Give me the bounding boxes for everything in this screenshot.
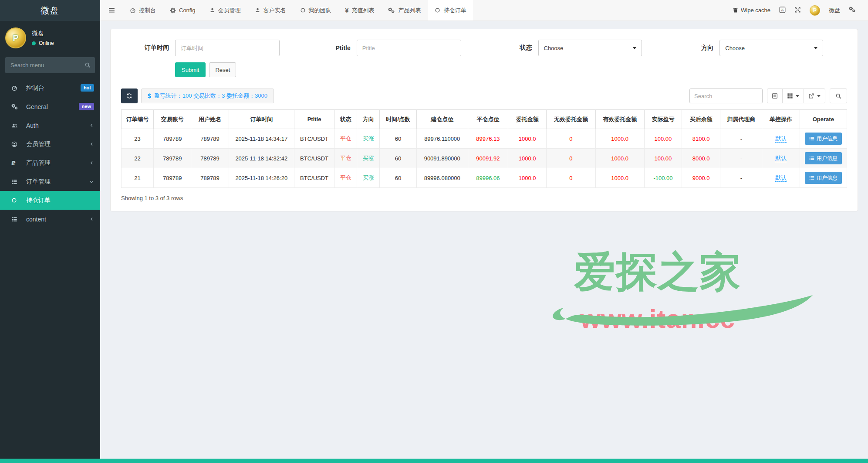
submit-button[interactable]: Submit [175,62,206,77]
cell-value: 1000.0 [519,136,536,142]
column-header-status[interactable]: 状态 [334,110,357,129]
circle-icon [435,7,440,13]
cell-agent: - [720,168,762,188]
pnl-stats-button[interactable]: $ 盈亏统计：100 交易比数：3 委托金额：3000 [141,89,274,103]
column-header-ptitle[interactable]: Ptitle [294,110,334,129]
column-header-agent[interactable]: 归属代理商 [720,110,762,129]
brand-logo[interactable]: 微盘 [0,0,100,21]
single-control-link[interactable]: 默认 [775,174,787,182]
column-header-user-name[interactable]: 用户姓名 [191,110,229,129]
tab-my-team[interactable]: 我的团队 [293,0,338,20]
tab-customer-realname[interactable]: 客户实名 [248,0,293,20]
wipe-cache-button[interactable]: Wipe cache [733,7,770,14]
column-header-open-price[interactable]: 建仓点位 [416,110,468,129]
hamburger-icon[interactable] [100,0,123,20]
cell-time-points: 60 [380,129,416,149]
order-time-input[interactable] [175,40,280,56]
user-info-button[interactable]: 用户信息 [805,152,842,164]
table-search-input[interactable] [689,89,763,103]
column-header-entrust-amount[interactable]: 委托金额 [508,110,547,129]
cell-close-price: 90091.92 [468,149,508,168]
settings-gears-icon[interactable] [849,7,856,14]
reset-button[interactable]: Reset [209,62,236,77]
cell-value: 0 [569,155,572,162]
columns-button[interactable] [782,89,804,103]
tab-product-list[interactable]: 产品列表 [381,0,428,20]
sidebar-item-orders[interactable]: 订单管理 [0,172,100,191]
column-header-invalid-entrust-amount[interactable]: 无效委托金额 [547,110,595,129]
navbar-username[interactable]: 微盘 [829,7,840,14]
caret-down-icon [817,95,821,97]
filter-form: 订单时间 Ptitle 状态 Choose [121,40,847,56]
cell-status: 平仓 [334,168,357,188]
table-header-row: 订单编号交易账号用户姓名订单时间Ptitle状态方向时间/点数建仓点位平仓点位委… [122,110,847,129]
sidebar-item-dashboard[interactable]: 控制台hot [0,78,100,97]
cell-value: 平仓 [340,135,351,142]
tab-config[interactable]: Config [163,0,203,20]
table-search-button[interactable] [830,89,847,103]
ptitle-label: Ptitle [303,44,351,51]
cell-order-time: 2025-11-18 14:34:17 [229,129,294,149]
tab-members[interactable]: 会员管理 [203,0,248,20]
cell-invalid-entrust-amount: 0 [547,168,595,188]
direction-select[interactable]: Choose [719,40,823,56]
language-icon[interactable]: A [779,7,786,14]
status-select[interactable]: Choose [538,40,642,56]
tab-label: 产品列表 [398,7,421,14]
user-circle-icon [11,141,22,147]
single-control-link[interactable]: 默认 [775,155,787,162]
sidebar-search-input[interactable] [5,57,95,73]
cogs-icon [11,104,22,110]
tab-position-orders[interactable]: 持仓订单 [428,0,473,20]
cell-open-price: 90091.890000 [416,149,468,168]
export-button[interactable] [804,89,825,103]
column-header-single-control[interactable]: 单控操作 [762,110,800,129]
refresh-button[interactable] [121,89,138,103]
cell-value: 89996.06 [476,175,500,181]
tab-label: 充值列表 [351,7,374,14]
site-watermark: 爱探之家 www.itan.cc [553,251,762,334]
sidebar-item-auth[interactable]: Auth [0,116,100,135]
user-info-button[interactable]: 用户信息 [805,172,842,184]
cell-agent: - [720,149,762,168]
caret-down-icon [633,47,636,49]
column-header-valid-entrust-amount[interactable]: 有效委托金额 [595,110,644,129]
column-header-time-points[interactable]: 时间/点数 [380,110,416,129]
column-header-actual-pnl[interactable]: 实际盈亏 [644,110,682,129]
cell-open-price: 89976.110000 [416,129,468,149]
sidebar-item-general[interactable]: Generalnew [0,97,100,116]
column-header-balance-after[interactable]: 买后余额 [682,110,720,129]
navbar-avatar[interactable]: P [810,5,820,16]
cell-value: 买涨 [363,174,374,181]
table-buttons [767,89,825,103]
filter-direction: 方向 Choose [665,40,847,56]
cell-agent: - [720,129,762,149]
sidebar-item-content[interactable]: content [0,210,100,228]
fullscreen-icon[interactable] [794,7,801,14]
toggle-pagination-button[interactable] [767,89,783,103]
column-header-order-id[interactable]: 订单编号 [122,110,154,129]
tachometer-icon [11,85,22,91]
tab-dashboard[interactable]: 控制台 [123,0,163,20]
sidebar-item-members[interactable]: 会员管理 [0,135,100,153]
watermark-url: www.itan.cc [553,304,762,334]
column-header-operate[interactable]: Operate [800,110,847,129]
column-header-order-time[interactable]: 订单时间 [229,110,294,129]
cell-order-time: 2025-11-18 14:32:42 [229,149,294,168]
column-header-direction[interactable]: 方向 [357,110,380,129]
tab-label: 持仓订单 [443,7,466,14]
sidebar-item-products[interactable]: ₽产品管理 [0,153,100,172]
users-icon [11,123,22,129]
badge-new: new [79,103,94,110]
user-info-button-label: 用户信息 [817,174,838,182]
single-control-link[interactable]: 默认 [775,135,787,143]
column-header-trade-account[interactable]: 交易账号 [154,110,191,129]
cell-operate: 用户信息 [800,149,847,168]
sidebar-item-position-orders[interactable]: 持仓订单 [0,191,100,210]
user-info-button[interactable]: 用户信息 [805,133,842,145]
ptitle-input[interactable] [357,40,461,56]
btn-list-icon [809,175,814,180]
tab-recharge-list[interactable]: ¥充值列表 [338,0,382,20]
column-header-close-price[interactable]: 平仓点位 [468,110,508,129]
sidebar-item-label: content [26,216,87,223]
